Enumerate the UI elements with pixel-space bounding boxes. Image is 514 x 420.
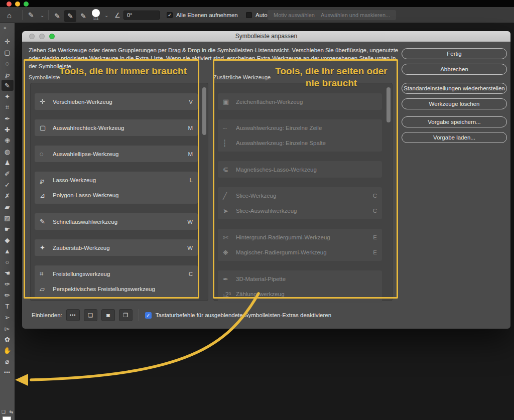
direct-selection-tool-icon[interactable]: ▻ bbox=[2, 323, 14, 334]
toolbar-column-label: Symbolleiste bbox=[29, 74, 60, 80]
tool-row[interactable]: ▢ Auswahlrechteck-Werkzeug M bbox=[35, 119, 198, 136]
edit-toolbar-icon[interactable]: ••• bbox=[2, 367, 14, 378]
select-and-mask-button[interactable]: Auswählen und maskieren... bbox=[315, 10, 396, 20]
elliptical-marquee-tool-icon[interactable]: ◌ bbox=[2, 58, 14, 69]
swap-colors-icon[interactable]: ⇆ bbox=[9, 409, 13, 414]
disable-shortcuts-label: Tastaturbefehle für ausgeblendete Symbol… bbox=[156, 312, 331, 318]
magic-eraser-tool-icon: ❋ bbox=[223, 249, 234, 256]
tool-preset-chevron-icon[interactable]: ⌄ bbox=[40, 7, 44, 23]
auto-enhance-checkbox[interactable] bbox=[246, 12, 252, 18]
tool-preset-icon[interactable]: ✎ bbox=[28, 7, 34, 23]
tool-row[interactable]: ▱ Perspektivisches Freistellungswerkzeug bbox=[35, 282, 198, 297]
tool-group: ┄ Auswahlwerkzeug: Einzelne Zeile ┆ Ausw… bbox=[218, 119, 382, 152]
dodge-tool-icon[interactable]: ○ bbox=[2, 256, 14, 267]
custom-shape-tool-icon[interactable]: ✿ bbox=[2, 334, 14, 345]
app-minimize-button[interactable] bbox=[15, 2, 20, 7]
gradient-tool-icon[interactable]: ▨ bbox=[2, 212, 14, 223]
show-color-swatches-button[interactable]: ❏ bbox=[84, 309, 97, 321]
move-tool-icon: ✛ bbox=[40, 98, 51, 105]
tool-row[interactable]: ℘ Lasso-Werkzeug L bbox=[35, 173, 198, 188]
zoom-tool-icon[interactable]: ⌀ bbox=[2, 356, 14, 367]
tool-row[interactable]: ✎ Schnellauswahlwerkzeug W bbox=[35, 213, 198, 230]
dialog-zoom-button[interactable] bbox=[49, 34, 55, 39]
home-icon[interactable]: ⌂ bbox=[7, 7, 12, 23]
load-preset-button[interactable]: Vorgabe laden... bbox=[402, 132, 507, 143]
patch-tool-icon[interactable]: ◍ bbox=[2, 146, 14, 157]
clone-stamp-tool-icon[interactable]: ♟ bbox=[2, 157, 14, 168]
brush-tool-icon[interactable]: ✐ bbox=[2, 168, 14, 179]
app-zoom-button[interactable] bbox=[24, 2, 29, 7]
show-extras-ellipsis-button[interactable]: ••• bbox=[66, 309, 80, 321]
type-tool-icon[interactable]: T bbox=[2, 301, 14, 312]
quick-selection-tool-icon: ✎ bbox=[40, 218, 51, 225]
tool-row[interactable]: ╱ Slice-Werkzeug C bbox=[218, 188, 382, 203]
brush-size-picker[interactable]: 111 bbox=[89, 8, 102, 22]
show-quick-mask-button[interactable]: ◙ bbox=[101, 309, 115, 321]
default-colors-icon[interactable]: ❏ bbox=[2, 409, 6, 414]
path-selection-tool-icon[interactable]: ➢ bbox=[2, 312, 14, 323]
hand-tool-icon[interactable]: ✋ bbox=[2, 345, 14, 356]
tool-row[interactable]: ⊿ Polygon-Lasso-Werkzeug bbox=[35, 188, 198, 203]
crop-tool-icon[interactable]: ⌗ bbox=[2, 102, 14, 113]
magic-wand-tool-icon[interactable]: ✦ bbox=[2, 91, 14, 102]
dialog-minimize-button[interactable] bbox=[39, 34, 45, 39]
collapse-toolbar-icon[interactable]: » bbox=[0, 23, 15, 32]
tool-group: ℘ Lasso-Werkzeug L ⊿ Polygon-Lasso-Werkz… bbox=[35, 172, 198, 204]
new-selection-brush-icon[interactable]: ✎ bbox=[51, 10, 63, 22]
freeform-pen-tool-icon[interactable]: ✏ bbox=[2, 290, 14, 301]
mixer-brush-tool-icon[interactable]: ✗ bbox=[2, 190, 14, 201]
tool-row[interactable]: ⌗ Freistellungswerkzeug C bbox=[35, 266, 198, 282]
tool-label: Zählungswerkzeug bbox=[236, 291, 377, 297]
restore-defaults-button[interactable]: Standardeinstellungen wiederherstellen bbox=[402, 83, 507, 94]
select-subject-button[interactable]: Motiv auswählen bbox=[268, 10, 321, 20]
perspective-crop-tool-icon: ▱ bbox=[40, 286, 51, 293]
tool-row[interactable]: ⋐ Magnetisches-Lasso-Werkzeug bbox=[218, 161, 382, 178]
add-to-selection-brush-icon[interactable]: ✎ bbox=[64, 10, 76, 22]
move-tool-icon[interactable]: ✛ bbox=[2, 36, 14, 47]
tool-row[interactable]: ┆ Auswahlwerkzeug: Einzelne Spalte bbox=[218, 135, 382, 151]
rectangular-marquee-tool-icon[interactable]: ▢ bbox=[2, 47, 14, 58]
tool-row[interactable]: ❋ Magischer-Radiergummi-Werkzeug E bbox=[218, 245, 382, 260]
healing-brush-tool-icon[interactable]: ✙ bbox=[2, 135, 14, 146]
tool-row[interactable]: ✒ 3D-Material-Pipette bbox=[218, 271, 382, 287]
show-screen-mode-button[interactable]: ❐ bbox=[119, 309, 133, 321]
disable-shortcuts-checkbox[interactable]: ✓ bbox=[145, 312, 152, 319]
app-close-button[interactable] bbox=[7, 2, 12, 7]
save-preset-button[interactable]: Vorgabe speichern... bbox=[402, 116, 507, 127]
dialog-close-button[interactable] bbox=[29, 34, 35, 39]
subtract-from-selection-brush-icon[interactable]: ✎ bbox=[77, 10, 89, 22]
clear-tools-button[interactable]: Werkzeuge löschen bbox=[402, 98, 507, 109]
tool-group: ✎ Schnellauswahlwerkzeug W bbox=[35, 213, 198, 230]
tool-row[interactable]: ✄ Hintergrund-Radiergummi-Werkzeug E bbox=[218, 230, 382, 245]
tool-row[interactable]: ┄ Auswahlwerkzeug: Einzelne Zeile bbox=[218, 120, 382, 135]
angle-input[interactable]: 0° bbox=[123, 11, 160, 20]
tool-group: ▢ Auswahlrechteck-Werkzeug M bbox=[35, 119, 198, 136]
tool-row[interactable]: ➤ Slice-Auswahlwerkzeug C bbox=[218, 203, 382, 218]
tool-row[interactable]: ▣ Zeichenflächen-Werkzeug bbox=[218, 93, 382, 110]
sample-all-layers-checkbox[interactable]: ✓ bbox=[167, 12, 173, 18]
done-button[interactable]: Fertig bbox=[402, 48, 507, 59]
scrollbar-thumb[interactable] bbox=[202, 87, 206, 135]
foreground-color-swatch[interactable] bbox=[3, 416, 11, 420]
sharpen-tool-icon[interactable]: ▲ bbox=[2, 245, 14, 256]
cancel-button[interactable]: Abbrechen bbox=[402, 64, 507, 75]
eyedropper-tool-icon[interactable]: ✒ bbox=[2, 113, 14, 124]
smudge-tool-icon[interactable]: ☛ bbox=[2, 223, 14, 234]
tool-row[interactable]: ✛ Verschieben-Werkzeug V bbox=[35, 93, 198, 110]
lasso-tool-icon[interactable]: ℘ bbox=[2, 69, 14, 80]
tool-row[interactable]: ₁2³ Zählungswerkzeug bbox=[218, 287, 382, 302]
eraser-tool-icon[interactable]: ▰ bbox=[2, 201, 14, 212]
history-brush-tool-icon[interactable]: ✓ bbox=[2, 179, 14, 190]
pen-tool-icon[interactable]: ✑ bbox=[2, 278, 14, 290]
tool-row[interactable]: ✦ Zauberstab-Werkzeug W bbox=[35, 239, 198, 256]
quick-selection-tool-icon[interactable]: ✎ bbox=[2, 80, 14, 91]
brush-chevron-icon[interactable]: ⌄ bbox=[104, 7, 108, 23]
spot-healing-brush-tool-icon[interactable]: ✚ bbox=[2, 124, 14, 135]
burn-tool-icon[interactable]: ☚ bbox=[2, 267, 14, 278]
blur-tool-icon[interactable]: ◆ bbox=[2, 234, 14, 245]
tool-group: ✦ Zauberstab-Werkzeug W bbox=[35, 239, 198, 256]
tool-row[interactable]: ◌ Auswahlellipse-Werkzeug M bbox=[35, 146, 198, 162]
background-eraser-tool-icon: ✄ bbox=[223, 234, 234, 241]
tool-label: Lasso-Werkzeug bbox=[53, 177, 190, 183]
scrollbar-thumb[interactable] bbox=[387, 87, 391, 122]
